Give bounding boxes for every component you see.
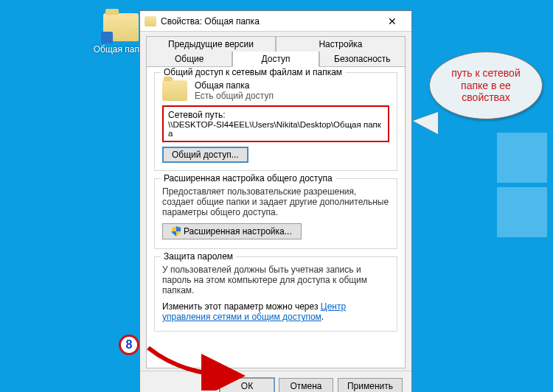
cancel-button[interactable]: Отмена	[279, 378, 333, 393]
callout-tail	[413, 112, 438, 134]
folder-icon	[145, 16, 156, 27]
share-button[interactable]: Общий доступ...	[162, 147, 248, 163]
dialog-title: Свойства: Общая папка	[161, 16, 378, 27]
folder-icon	[103, 13, 139, 41]
tab-content-sharing: Общий доступ к сетевым файлам и папкам О…	[146, 66, 406, 368]
properties-dialog: Свойства: Общая папка ✕ Предыдущие верси…	[139, 10, 412, 392]
group-legend: Защита паролем	[161, 251, 236, 262]
titlebar: Свойства: Общая папка ✕	[140, 11, 411, 32]
tabs: Предыдущие версии Настройка Общие Доступ…	[140, 32, 411, 368]
step-badge: 8	[119, 335, 139, 355]
group-password-protection: Защита паролем У пользователей должны бы…	[154, 256, 397, 332]
group-legend: Расширенная настройка общего доступа	[161, 173, 335, 183]
dialog-buttons: ОК Отмена Применить	[140, 371, 411, 392]
folder-icon	[162, 80, 187, 101]
password-change-text: Изменить этот параметр можно через Центр…	[162, 301, 389, 322]
shared-folder-name: Общая папка	[195, 80, 274, 91]
tab-general[interactable]: Общие	[146, 52, 232, 67]
advanced-description: Предоставляет пользовательские разрешени…	[162, 186, 389, 217]
network-path-value[interactable]: \\DESKTOP-SI44EEL\Users\Nikita\Desktop\О…	[168, 120, 383, 138]
network-path-box: Сетевой путь: \\DESKTOP-SI44EEL\Users\Ni…	[162, 105, 389, 142]
group-advanced-sharing: Расширенная настройка общего доступа Пре…	[154, 178, 397, 249]
shared-status: Есть общий доступ	[195, 91, 274, 101]
tab-previous-versions[interactable]: Предыдущие версии	[146, 36, 276, 52]
close-button[interactable]: ✕	[378, 13, 407, 29]
apply-button[interactable]: Применить	[338, 378, 403, 393]
windows-logo	[442, 133, 553, 243]
ok-button[interactable]: ОК	[220, 378, 274, 393]
tab-security[interactable]: Безопасность	[319, 52, 406, 67]
group-legend: Общий доступ к сетевым файлам и папкам	[161, 67, 345, 77]
advanced-sharing-button[interactable]: Расширенная настройка...	[162, 223, 302, 239]
password-description: У пользователей должны быть учетная запи…	[162, 265, 389, 295]
advanced-button-label: Расширенная настройка...	[184, 226, 292, 237]
shield-icon	[172, 226, 181, 237]
group-network-sharing: Общий доступ к сетевым файлам и папкам О…	[154, 72, 397, 171]
network-path-label: Сетевой путь:	[168, 110, 383, 120]
tab-customize[interactable]: Настройка	[276, 36, 406, 52]
callout-bubble: путь к сетевой папке в ее свойствах	[429, 52, 543, 119]
tab-sharing[interactable]: Доступ	[232, 52, 319, 67]
